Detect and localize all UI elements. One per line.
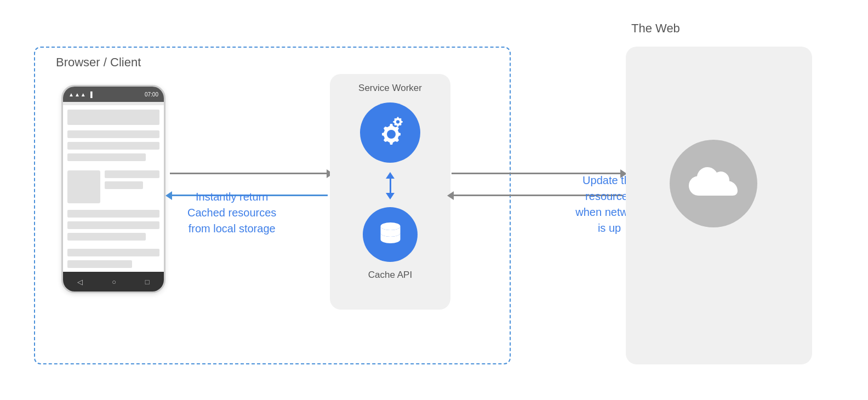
- arrowhead-left-sw-phone: [165, 191, 172, 200]
- label-phone-sw: Instantly return Cached resources from l…: [187, 189, 276, 237]
- phone-row-8: [67, 233, 146, 241]
- browser-client-label: Browser / Client: [52, 55, 145, 70]
- arrowhead-left-web-sw: [447, 191, 454, 200]
- phone-status-bar: ▲▲▲ ▐ 07:00: [63, 87, 164, 102]
- phone-row-2: [67, 142, 159, 150]
- svg-point-2: [380, 222, 400, 230]
- arrow-phone-to-sw: [170, 173, 328, 174]
- database-icon: [375, 220, 406, 250]
- phone-nav-bar: ◁ ○ □: [63, 272, 164, 292]
- phone-row-4: [105, 170, 159, 178]
- phone-row-10: [67, 260, 132, 268]
- svg-point-0: [387, 130, 396, 139]
- label-line2: Cached resources: [187, 207, 276, 219]
- service-worker-label: Service Worker: [358, 83, 422, 94]
- the-web-label: The Web: [631, 21, 680, 36]
- update-label-line4: is up: [598, 222, 621, 234]
- phone-content-block: [67, 210, 159, 268]
- phone-time: 07:00: [145, 92, 158, 98]
- diagram-container: Browser / Client ▲▲▲ ▐ 07:00: [23, 14, 845, 386]
- phone-back-btn: ◁: [77, 278, 83, 286]
- vertical-double-arrow: [386, 170, 395, 201]
- phone-row-1: [67, 130, 159, 138]
- phone-home-btn: ○: [112, 278, 116, 286]
- cloud-circle: [670, 140, 757, 227]
- cache-icon-circle: [363, 207, 418, 262]
- phone-recents-btn: □: [145, 278, 150, 286]
- phone-row-9: [67, 249, 159, 256]
- phone-mockup: ▲▲▲ ▐ 07:00: [61, 85, 165, 304]
- service-worker-box: Service Worker: [330, 74, 450, 310]
- phone-row-3: [67, 153, 146, 161]
- cache-api-label: Cache API: [368, 270, 412, 281]
- phone-row-7: [67, 221, 159, 229]
- arrow-vert-line: [390, 179, 391, 193]
- svg-point-1: [396, 120, 399, 123]
- phone-body: ▲▲▲ ▐ 07:00: [61, 85, 165, 293]
- phone-row-5: [105, 181, 143, 189]
- phone-signal-icons: ▲▲▲ ▐: [68, 92, 93, 98]
- arrow-down-head: [386, 193, 395, 199]
- phone-row-6: [67, 210, 159, 218]
- arrow-up-head: [386, 172, 395, 179]
- phone-toolbar-placeholder: [67, 110, 159, 125]
- service-worker-icon-circle: [360, 102, 420, 163]
- gear-icon: [373, 115, 408, 151]
- label-line1: Instantly return: [196, 191, 268, 203]
- label-line3: from local storage: [189, 222, 276, 235]
- phone-content: [63, 105, 164, 276]
- cloud-icon: [689, 167, 738, 200]
